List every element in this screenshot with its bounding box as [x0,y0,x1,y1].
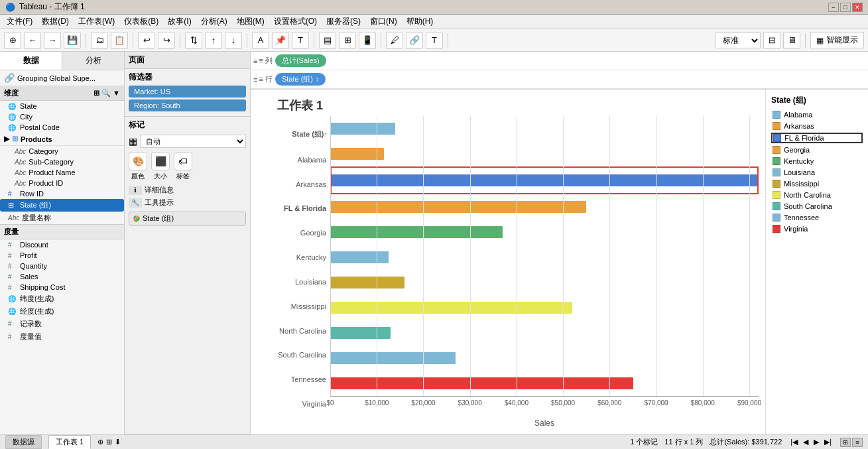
bar-row-arkansas[interactable] [330,141,759,166]
dimensions-grid-icon[interactable]: ⊞ [93,89,99,97]
toolbar-annotate[interactable]: 🔗 [406,32,423,49]
legend-item-nc[interactable]: North Carolina [771,190,863,200]
field-city[interactable]: 🌐 City [0,111,124,122]
field-shipping[interactable]: # Shipping Cost [0,282,124,292]
field-product-name[interactable]: Abc Product Name [0,167,124,178]
products-group-header[interactable]: ▶ ⊞ Products [0,133,124,146]
field-measure-values[interactable]: # 度量值 [0,330,124,343]
field-profit[interactable]: # Profit [0,250,124,261]
field-product-id[interactable]: Abc Product ID [0,178,124,188]
close-button[interactable]: ✕ [852,3,863,12]
bar-row-sc[interactable] [330,320,759,346]
tab-analysis[interactable]: 分析 [62,52,124,70]
toolbar-forward[interactable]: → [44,32,61,49]
toolbar-new-datasource[interactable]: 🗂 [91,32,108,49]
menu-dashboard[interactable]: 仪表板(B) [120,15,162,29]
toolbar-fit[interactable]: ⊞ [339,32,356,49]
toolbar-redo[interactable]: ↪ [158,32,175,49]
field-records[interactable]: # 记录数 [0,318,124,330]
legend-item-georgia[interactable]: Georgia [771,145,863,155]
legend-item-sc[interactable]: South Carolina [771,202,863,211]
filter-market[interactable]: Market: US [129,86,246,97]
toolbar-mark[interactable]: A [252,32,269,49]
field-lng[interactable]: 🌐 经度(生成) [0,305,124,318]
toolbar-phone[interactable]: 📱 [359,32,376,49]
export-icon[interactable]: ⬇ [115,438,121,446]
bar-row-kentucky[interactable] [330,220,759,245]
menu-help[interactable]: 帮助(H) [403,15,438,29]
marks-color-btn[interactable]: 🎨 颜色 [129,152,147,181]
toolbar-highlight[interactable]: 🖊 [386,32,403,49]
bar-row-georgia[interactable] [330,194,759,220]
nav-first[interactable]: |◀ [788,437,800,447]
marks-type-select[interactable]: 自动 [140,135,246,148]
view-btn-1[interactable]: ⊞ [840,438,851,447]
worksheet-tab[interactable]: 工作表 1 [48,435,91,449]
menu-map[interactable]: 地图(M) [233,15,269,29]
field-sales[interactable]: # Sales [0,271,124,282]
add-sheet-icon[interactable]: ⊕ [97,438,103,446]
menu-window[interactable]: 窗口(N) [366,15,401,29]
field-category[interactable]: Abc Category [0,146,124,157]
menu-data[interactable]: 数据(D) [38,15,73,29]
duplicate-sheet-icon[interactable]: ⊞ [106,438,112,446]
menu-file[interactable]: 文件(F) [3,15,36,29]
bar-row-mississippi[interactable] [330,270,759,295]
field-state[interactable]: 🌐 State [0,101,124,111]
tab-data[interactable]: 数据 [0,52,62,70]
toolbar-label[interactable]: T [292,32,309,49]
nav-last[interactable]: ▶| [822,437,834,447]
marks-detail-info[interactable]: ℹ 详细信息 [129,185,246,195]
toolbar-sort-asc[interactable]: ↑ [205,32,222,49]
marks-label-btn[interactable]: 🏷 标签 [174,152,192,181]
maximize-button[interactable]: □ [840,3,851,12]
bar-row-florida[interactable] [330,166,759,194]
bar-row-nc[interactable] [330,295,759,320]
view-btn-2[interactable]: ≡ [852,438,863,447]
legend-item-kentucky[interactable]: Kentucky [771,157,863,166]
bar-row-tn[interactable] [330,346,759,371]
toolbar-present[interactable]: ⊟ [763,32,780,49]
menu-format[interactable]: 设置格式(O) [270,15,321,29]
legend-item-louisiana[interactable]: Louisiana [771,168,863,177]
legend-item-arkansas[interactable]: Arkansas [771,121,863,131]
toolbar-sort-desc[interactable]: ↓ [225,32,242,49]
dimensions-search-icon[interactable]: 🔍 [101,89,111,97]
standard-dropdown[interactable]: 标准 [715,32,761,48]
menu-analysis[interactable]: 分析(A) [197,15,231,29]
field-measure-names[interactable]: Abc 度量名称 [0,212,124,224]
legend-item-florida[interactable]: FL & Florida [771,133,863,143]
minimize-button[interactable]: − [828,3,839,12]
toolbar-pin[interactable]: 📌 [272,32,289,49]
rows-pill[interactable]: State (组) ↕ [275,73,326,86]
menu-worksheet[interactable]: 工作表(W) [74,15,119,29]
marks-detail-tooltip[interactable]: 🔧 工具提示 [129,198,246,208]
toolbar-swap[interactable]: ⇅ [185,32,202,49]
toolbar-save[interactable]: 💾 [64,32,81,49]
marks-size-btn[interactable]: ⬛ 大小 [151,152,170,181]
nav-next[interactable]: ▶ [812,437,821,447]
toolbar-device[interactable]: 🖥 [783,32,800,49]
menu-story[interactable]: 故事(I) [164,15,195,29]
field-row-id[interactable]: # Row ID [0,188,124,199]
dimensions-arrow-icon[interactable]: ▼ [113,89,120,97]
toolbar-back[interactable]: ← [24,32,41,49]
field-state-group[interactable]: ⊞ State (组) [0,199,124,212]
filter-region[interactable]: Region: South [129,99,246,111]
menu-server[interactable]: 服务器(S) [322,15,365,29]
toolbar-tooltip[interactable]: T [426,32,443,49]
field-discount[interactable]: # Discount [0,239,124,250]
legend-item-mississippi[interactable]: Mississippi [771,179,863,188]
legend-item-tn[interactable]: Tennessee [771,213,863,222]
smart-display-button[interactable]: ▦ 智能显示 [810,32,864,48]
field-quantity[interactable]: # Quantity [0,261,124,271]
toolbar-undo[interactable]: ↩ [138,32,155,49]
field-subcategory[interactable]: Abc Sub-Category [0,157,124,167]
bar-row-louisiana[interactable] [330,245,759,270]
field-postal[interactable]: 🌐 Postal Code [0,122,124,133]
bar-row-alabama[interactable] [330,116,759,141]
bar-row-va[interactable] [330,371,759,396]
state-group-pill[interactable]: State (组) [129,212,246,225]
nav-prev[interactable]: ◀ [801,437,810,447]
toolbar-home[interactable]: ⊕ [4,32,21,49]
